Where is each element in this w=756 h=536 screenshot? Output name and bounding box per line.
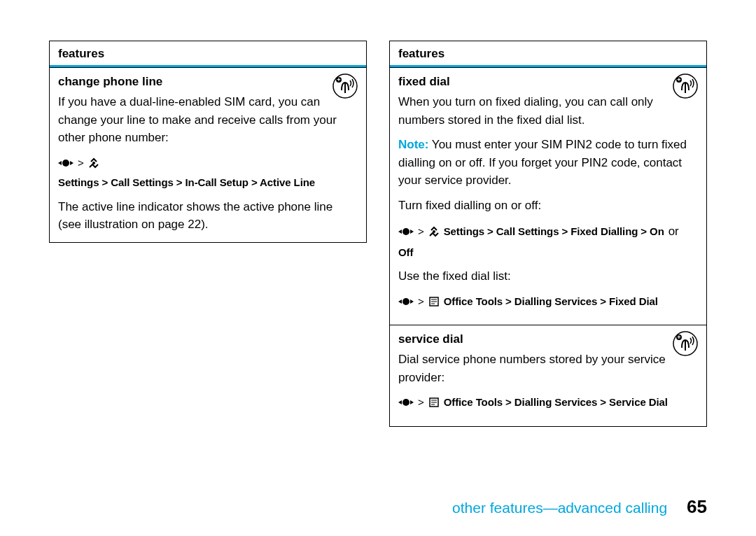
svg-text:+: + xyxy=(337,76,340,83)
svg-marker-13 xyxy=(398,230,402,234)
settings-icon xyxy=(88,157,99,169)
svg-point-12 xyxy=(402,228,410,235)
svg-marker-29 xyxy=(410,400,414,404)
text-fd-p2: Turn fixed dialling on or off: xyxy=(398,197,698,215)
svg-marker-14 xyxy=(410,230,414,234)
office-tools-icon xyxy=(428,296,440,307)
body-fixed-dial: When you turn on fixed dialing, you can … xyxy=(398,93,698,309)
svg-point-15 xyxy=(433,230,435,233)
nav-text-c: Off xyxy=(398,245,413,261)
body-service-dial: Dial service phone numbers stored by you… xyxy=(398,351,698,411)
page-footer: other features—advanced calling 65 xyxy=(452,496,707,518)
nav-key-icon xyxy=(398,397,414,407)
svg-marker-5 xyxy=(58,161,62,165)
cell-change-phone-line: + change phone line If you have a dual-l… xyxy=(50,67,366,242)
features-header-left: features xyxy=(50,41,366,67)
nav-path-fixed-dial-list: > Office Tools > Dialling Services > Fix… xyxy=(398,294,698,310)
settings-icon xyxy=(428,226,440,237)
nav-text-a: Settings > Call Settings > Fixed Diallin… xyxy=(444,224,664,240)
svg-point-7 xyxy=(92,162,95,164)
page-number: 65 xyxy=(687,496,707,518)
nav-sep: > xyxy=(78,155,84,171)
subtitle-change-phone-line: change phone line xyxy=(58,75,358,89)
text-p1: If you have a dual-line-enabled SIM card… xyxy=(58,93,358,147)
svg-point-16 xyxy=(402,298,410,305)
footer-section-title: other features—advanced calling xyxy=(452,500,667,516)
nav-path-fixed-dialling: > Settings > Call Settings > Fixed Diall… xyxy=(398,223,698,260)
right-box: features + fixed dial When you turn xyxy=(389,41,707,427)
left-column: features + change phone line If you xyxy=(49,41,367,427)
text-sd-p1: Dial service phone numbers stored by you… xyxy=(398,351,698,386)
right-column: features + fixed dial When you turn xyxy=(389,41,707,427)
nav-text-or: or xyxy=(668,223,679,241)
nav-text: Settings > Call Settings > In-Call Setup… xyxy=(58,175,315,191)
svg-marker-6 xyxy=(70,161,74,165)
nav-key-icon xyxy=(398,227,414,237)
page-content: features + change phone line If you xyxy=(0,0,756,427)
nav-sep: > xyxy=(418,294,424,310)
network-feature-icon: + xyxy=(673,331,698,359)
nav-path-service-dial: > Office Tools > Dialling Services > Ser… xyxy=(398,395,698,411)
note-label: Note: xyxy=(398,138,428,151)
text-p2: The active line indicator shows the acti… xyxy=(58,198,358,234)
nav-sep: > xyxy=(418,224,424,240)
nav-sep: > xyxy=(418,395,424,411)
svg-point-4 xyxy=(62,160,69,167)
svg-marker-28 xyxy=(398,400,402,404)
svg-point-27 xyxy=(402,399,410,406)
text-fd-p1: When you turn on fixed dialing, you can … xyxy=(398,93,698,129)
svg-marker-18 xyxy=(410,299,414,304)
svg-text:+: + xyxy=(677,76,680,83)
subtitle-fixed-dial: fixed dial xyxy=(398,75,698,89)
nav-key-icon xyxy=(58,158,74,168)
nav-text: Office Tools > Dialling Services > Servi… xyxy=(444,395,668,411)
body-change-phone-line: If you have a dual-line-enabled SIM card… xyxy=(58,93,358,234)
nav-path-active-line: > Settings > Call Settings > In-Call Set… xyxy=(58,155,358,191)
nav-text: Office Tools > Dialling Services > Fixed… xyxy=(444,294,658,310)
office-tools-icon xyxy=(428,397,440,408)
network-feature-icon: + xyxy=(673,73,698,101)
text-fd-p3: Use the fixed dial list: xyxy=(398,267,698,285)
note-body: You must enter your SIM PIN2 code to tur… xyxy=(398,138,687,187)
left-box: features + change phone line If you xyxy=(49,41,367,243)
cell-fixed-dial: + fixed dial When you turn on fixed dial… xyxy=(390,67,706,325)
svg-marker-17 xyxy=(398,299,402,304)
svg-text:+: + xyxy=(677,334,680,341)
nav-key-icon xyxy=(398,297,414,306)
text-fd-note: Note: You must enter your SIM PIN2 code … xyxy=(398,136,698,190)
cell-service-dial: + service dial Dial service phone number… xyxy=(390,325,706,426)
subtitle-service-dial: service dial xyxy=(398,332,698,346)
features-header-right: features xyxy=(390,41,706,67)
network-feature-icon: + xyxy=(332,73,358,101)
